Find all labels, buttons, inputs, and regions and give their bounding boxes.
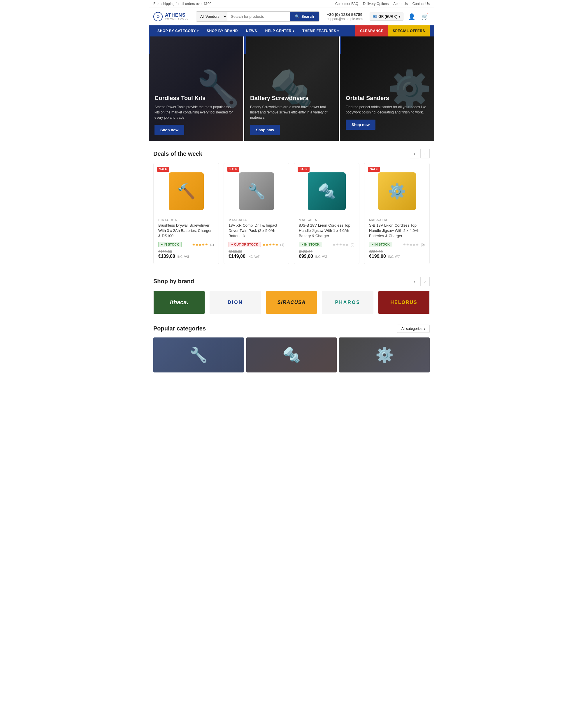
- all-categories-button[interactable]: All categories ›: [397, 324, 430, 333]
- brands-section: Shop by brand ‹ › Ithaca. DION SIRACUSA …: [149, 269, 434, 319]
- deals-prev-arrow[interactable]: ‹: [410, 149, 419, 158]
- currency-selector[interactable]: 🇬🇷 GR (EUR €) ▾: [370, 12, 404, 21]
- pricing-2: €169,00 €149,00 INC. VAT: [228, 250, 284, 259]
- header-right: 🇬🇷 GR (EUR €) ▾ 👤 🛒: [370, 12, 430, 21]
- stock-badge-4: ● IN STOCK: [369, 242, 392, 247]
- brands-header: Shop by brand ‹ ›: [153, 277, 430, 286]
- nav-special-offers[interactable]: SPECIAL OFFERS: [388, 25, 430, 36]
- about-us-link[interactable]: About Us: [393, 2, 408, 6]
- inc-vat-4: INC. VAT: [388, 255, 400, 258]
- shipping-text: Free shipping for all orders over €100: [153, 2, 211, 6]
- nav-news[interactable]: NEWS: [242, 25, 261, 36]
- hero-desc-1: Athens Power Tools provide the most popu…: [155, 104, 237, 120]
- stock-badge-1: ● IN STOCK: [158, 242, 182, 247]
- product-card-1[interactable]: SALE 🔨 SIRACUSA Brushless Drywall Screwd…: [153, 163, 219, 264]
- flag-icon: 🇬🇷: [373, 15, 377, 19]
- deals-title: Deals of the week: [153, 151, 202, 157]
- stars-2: ★★★★★: [262, 243, 278, 247]
- product-meta-2: ● OUT OF STOCK ★★★★★ (1): [228, 242, 284, 247]
- hero-content-3: Orbital Sanders Find the perfect orbital…: [340, 36, 434, 136]
- logo[interactable]: ⚙ ATHENS POWER TOOLS: [153, 12, 191, 21]
- hero-content-2: Battery Screwdrivers Battery Screwdriver…: [244, 36, 339, 141]
- deals-next-arrow[interactable]: ›: [420, 149, 430, 158]
- sale-badge-2: SALE: [227, 167, 239, 172]
- contact-us-link[interactable]: Contact Us: [413, 2, 430, 6]
- hero-shop-now-btn-2[interactable]: Shop now: [250, 125, 280, 135]
- deals-nav-arrows: ‹ ›: [410, 149, 430, 158]
- pricing-3: €129,00 €99,00 INC. VAT: [299, 250, 355, 259]
- product-name-3: 8JS-B 18V Li-ion Cordless Top Handle Jig…: [299, 223, 355, 239]
- product-img-2: 🔧: [228, 168, 284, 215]
- new-price-1: €139,00: [158, 254, 175, 259]
- brands-next-arrow[interactable]: ›: [420, 277, 430, 286]
- product-img-1: 🔨: [158, 168, 214, 215]
- old-price-2: €169,00: [228, 250, 284, 254]
- product-meta-1: ● IN STOCK ★★★★★ (1): [158, 242, 214, 247]
- vendor-select[interactable]: All Vendors: [196, 12, 227, 21]
- category-preview-2[interactable]: 🔩: [246, 337, 337, 372]
- popular-categories-section: Popular categories All categories › 🔧 🔩 …: [149, 319, 434, 375]
- product-name-1: Brushless Drywall Screwdriver With 3 x 2…: [158, 223, 214, 239]
- inc-vat-3: INC. VAT: [315, 255, 327, 258]
- pricing-1: €159,00 €139,00 INC. VAT: [158, 250, 214, 259]
- brand-pharos[interactable]: PHAROS: [322, 291, 373, 314]
- rating-count-3: (0): [351, 243, 355, 246]
- cart-button[interactable]: 🛒: [420, 12, 430, 21]
- inc-vat-2: INC. VAT: [248, 255, 260, 258]
- new-price-3: €99,00: [299, 254, 313, 259]
- product-img-3: 🔩: [299, 168, 355, 215]
- nav-shop-by-brand[interactable]: SHOP BY BRAND: [202, 25, 242, 36]
- nav-help-center[interactable]: HELP CENTER ▾: [261, 25, 298, 36]
- old-price-1: €159,00: [158, 250, 214, 254]
- nav-theme-features[interactable]: THEME FEATURES ▾: [298, 25, 343, 36]
- product-card-4[interactable]: SALE ⚙️ MASSALIA S-B 18V Li-ion Cordless…: [364, 163, 430, 264]
- search-button[interactable]: 🔍 Search: [290, 12, 319, 21]
- category-preview-3[interactable]: ⚙️: [339, 337, 430, 372]
- rating-count-1: (1): [210, 243, 214, 246]
- chevron-right-icon: ›: [424, 327, 425, 331]
- delivery-options-link[interactable]: Delivery Options: [363, 2, 389, 6]
- product-card-2[interactable]: SALE 🔧 MASSALIA 18V XR Combi Drill & Imp…: [224, 163, 289, 264]
- nav-clearance[interactable]: CLEARANCE: [355, 25, 388, 36]
- stars-empty-4: ★★★★★: [403, 243, 419, 247]
- hero-desc-2: Battery Screwdrivers are a must-have pow…: [250, 104, 333, 120]
- category-preview-1[interactable]: 🔧: [153, 337, 244, 372]
- hero-title-1: Cordless Tool Kits: [155, 95, 237, 102]
- brand-helorus[interactable]: HELORUS: [378, 291, 430, 314]
- deals-section: Deals of the week ‹ › SALE 🔨 SIRACUSA Br…: [149, 141, 434, 269]
- product-meta-3: ● IN STOCK ★★★★★ (0): [299, 242, 355, 247]
- search-input[interactable]: [227, 12, 290, 21]
- stock-badge-3: ● IN STOCK: [299, 242, 322, 247]
- brands-nav-arrows: ‹ ›: [410, 277, 430, 286]
- nav-shop-by-category[interactable]: SHOP BY CATEGORY ▾: [153, 25, 202, 36]
- product-name-2: 18V XR Combi Drill & Impact Driver Twin …: [228, 223, 284, 239]
- hero-shop-now-btn-3[interactable]: Shop now: [346, 120, 376, 130]
- logo-sub: POWER TOOLS: [165, 18, 189, 20]
- new-price-4: €199,00: [369, 254, 386, 259]
- brand-dion[interactable]: DION: [210, 291, 261, 314]
- contact-phone: +30 (0) 1234 56789: [324, 12, 365, 17]
- hero-title-3: Orbital Sanders: [346, 95, 428, 102]
- account-button[interactable]: 👤: [407, 12, 417, 21]
- brand-ithaca[interactable]: Ithaca.: [153, 291, 205, 314]
- top-bar: Free shipping for all orders over €100 C…: [149, 0, 434, 8]
- rating-1: ★★★★★ (1): [192, 242, 214, 247]
- jigsaw-image-2: ⚙️: [378, 172, 416, 210]
- product-brand-2: MASSALIA: [228, 218, 284, 222]
- stars-empty-3: ★★★★★: [333, 243, 349, 247]
- product-img-4: ⚙️: [369, 168, 425, 215]
- rating-count-2: (1): [280, 243, 284, 246]
- deals-header: Deals of the week ‹ ›: [153, 149, 430, 158]
- category-previews: 🔧 🔩 ⚙️: [153, 337, 430, 372]
- brands-title: Shop by brand: [153, 278, 194, 285]
- stars-1: ★★★★★: [192, 243, 208, 247]
- jigsaw-image-1: 🔩: [308, 172, 346, 210]
- product-card-3[interactable]: SALE 🔩 MASSALIA 8JS-B 18V Li-ion Cordles…: [294, 163, 359, 264]
- nav-right: CLEARANCE SPECIAL OFFERS: [355, 25, 430, 36]
- brand-siracusa[interactable]: SIRACUSA: [266, 291, 317, 314]
- hero-shop-now-btn-1[interactable]: Shop now: [155, 125, 184, 135]
- brands-prev-arrow[interactable]: ‹: [410, 277, 419, 286]
- hero-section: 🔧 Cordless Tool Kits Athens Power Tools …: [149, 36, 434, 141]
- hero-card-3: ⚙️ Orbital Sanders Find the perfect orbi…: [340, 36, 434, 141]
- customer-faq-link[interactable]: Customer FAQ: [335, 2, 358, 6]
